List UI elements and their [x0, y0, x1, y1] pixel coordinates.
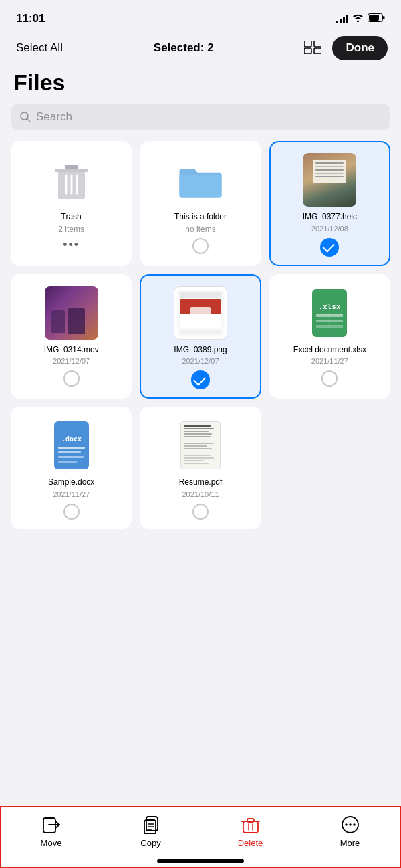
svg-point-42 [349, 823, 352, 826]
status-bar: 11:01 [0, 0, 401, 32]
more-dots: ••• [63, 238, 80, 252]
selection-circle[interactable] [192, 504, 209, 520]
delete-icon [241, 815, 260, 834]
selection-check[interactable] [320, 238, 339, 257]
select-all-button[interactable]: Select All [13, 39, 65, 58]
file-subtitle: 2 items [58, 225, 84, 234]
search-bar[interactable]: Search [11, 104, 390, 130]
folder-icon [176, 160, 225, 200]
trash-icon [51, 156, 92, 203]
files-grid: Trash 2 items ••• This is a folder no it… [0, 141, 401, 529]
docx-icon: .docx [51, 421, 92, 469]
folder-icon-area [174, 153, 227, 207]
file-date: 2021/10/11 [182, 490, 219, 498]
file-card-img0314[interactable]: IMG_0314.mov 2021/12/07 [11, 274, 132, 399]
svg-point-41 [345, 823, 348, 826]
search-icon [20, 112, 31, 122]
file-date: 2021/11/27 [53, 490, 90, 498]
svg-text:.xlsx: .xlsx [319, 302, 341, 311]
nav-right: Done [301, 36, 388, 60]
file-name: Excel document.xlsx [293, 345, 366, 356]
svg-line-8 [27, 119, 31, 122]
file-name: IMG_0389.png [174, 345, 227, 356]
page-title: Files [0, 67, 401, 104]
file-date: 2021/11/27 [311, 357, 348, 365]
file-name: IMG_0314.mov [44, 345, 99, 356]
svg-point-43 [353, 823, 356, 826]
view-toggle-button[interactable] [301, 38, 324, 59]
file-date: 2021/12/08 [311, 225, 348, 233]
file-name: Sample.docx [48, 477, 94, 488]
svg-rect-4 [304, 48, 311, 54]
svg-text:.docx: .docx [61, 435, 82, 443]
selected-count: Selected: 2 [154, 41, 214, 55]
file-card-excel[interactable]: .xlsx Excel document.xlsx 2021/11/27 [269, 274, 390, 399]
search-placeholder: Search [36, 110, 72, 124]
selection-circle[interactable] [192, 238, 209, 254]
file-card-img0389[interactable]: IMG_0389.png 2021/12/07 [140, 274, 261, 399]
svg-rect-2 [369, 15, 379, 21]
svg-rect-25 [58, 451, 81, 453]
file-name: Resume.pdf [179, 477, 223, 488]
move-label: Move [41, 838, 62, 848]
heic-thumbnail [303, 153, 356, 207]
video-thumb-area [45, 286, 98, 340]
file-date: 2021/12/07 [53, 357, 90, 365]
wifi-icon [352, 13, 364, 25]
copy-label: Copy [140, 838, 160, 848]
file-card-trash[interactable]: Trash 2 items ••• [11, 141, 132, 266]
svg-rect-24 [58, 447, 85, 449]
battery-icon [368, 13, 385, 25]
delete-label: Delete [238, 838, 263, 848]
pdf-thumbnail [180, 421, 221, 469]
signal-icon [336, 14, 348, 23]
heic-thumb-area [303, 153, 356, 207]
file-name: This is a folder [174, 212, 227, 223]
video-thumbnail [45, 286, 98, 340]
done-button[interactable]: Done [332, 36, 388, 60]
svg-rect-6 [314, 48, 321, 54]
more-button[interactable]: More [300, 815, 400, 848]
more-icon [341, 815, 360, 834]
status-time: 11:01 [16, 12, 45, 25]
top-nav: Select All Selected: 2 Done [0, 32, 401, 67]
file-card-resume[interactable]: Resume.pdf 2021/10/11 [140, 407, 261, 529]
copy-button[interactable]: Copy [101, 815, 200, 848]
search-container: Search [0, 104, 401, 141]
xlsx-icon-area: .xlsx [303, 286, 356, 340]
file-card-sample[interactable]: .docx Sample.docx 2021/11/27 [11, 407, 132, 529]
selection-circle[interactable] [63, 504, 80, 520]
move-icon [42, 815, 61, 834]
svg-rect-11 [55, 169, 88, 172]
selection-circle[interactable] [321, 370, 338, 387]
move-button[interactable]: Move [1, 815, 101, 848]
docx-icon-area: .docx [45, 419, 98, 472]
svg-rect-3 [304, 41, 311, 47]
copy-icon [142, 815, 160, 834]
png-thumbnail [174, 286, 227, 340]
svg-rect-5 [314, 41, 321, 47]
grid-view-icon [304, 41, 321, 54]
svg-rect-1 [383, 16, 385, 19]
svg-rect-27 [58, 461, 77, 463]
svg-rect-35 [243, 821, 258, 833]
home-indicator [157, 859, 244, 863]
file-card-folder[interactable]: This is a folder no items [140, 141, 261, 266]
pdf-icon-area [174, 419, 227, 472]
file-name: Trash [61, 212, 82, 223]
delete-button[interactable]: Delete [200, 815, 300, 848]
svg-rect-28 [43, 818, 55, 833]
trash-icon-area [45, 153, 98, 207]
xlsx-icon: .xlsx [309, 289, 350, 337]
file-card-img0377[interactable]: IMG_0377.heic 2021/12/08 [269, 141, 390, 266]
status-icons [336, 13, 385, 25]
more-label: More [340, 838, 360, 848]
svg-rect-26 [58, 456, 84, 458]
file-subtitle: no items [185, 225, 215, 234]
selection-circle[interactable] [63, 370, 80, 387]
file-date: 2021/12/07 [182, 357, 219, 365]
png-thumb-area [174, 286, 227, 340]
selection-check[interactable] [191, 370, 210, 389]
file-name: IMG_0377.heic [303, 212, 357, 223]
